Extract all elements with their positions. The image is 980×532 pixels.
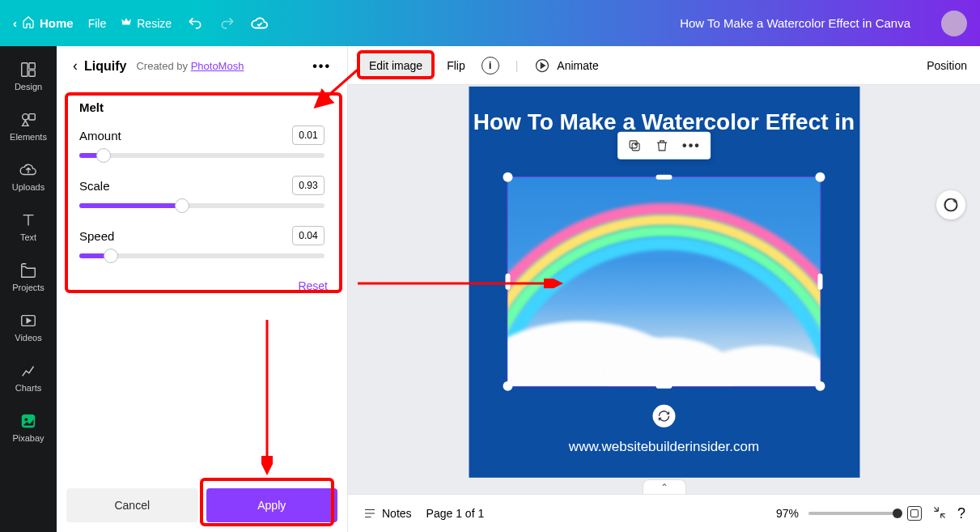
cloud-sync-icon[interactable] [251,15,269,32]
amount-label: Amount [79,129,121,143]
nav-charts[interactable]: Charts [0,354,57,401]
zoom-slider[interactable] [808,512,897,515]
page-expand-handle[interactable]: ⌃ [643,479,686,494]
nav-design-label: Design [15,82,42,92]
resize-handle[interactable] [655,174,672,179]
apply-button[interactable]: Apply [206,488,338,522]
add-page-button[interactable] [936,190,965,219]
nav-elements-label: Elements [10,132,47,142]
nav-videos[interactable]: Videos [0,304,57,351]
melt-title: Melt [79,100,325,114]
help-button[interactable]: ? [957,505,965,522]
melt-controls: Melt Amount 0.01 Scale 0.93 Speed 0.04 [66,86,337,275]
nav-projects-label: Projects [12,283,45,292]
design-page[interactable]: How To Make a Watercolor Effect in Canva… [469,86,859,477]
creator-info: Created by PhotoMosh [136,60,244,72]
home-button[interactable]: ‹ Home [13,15,74,31]
speed-slider[interactable] [79,253,325,258]
canvas[interactable]: How To Make a Watercolor Effect in Canva… [348,85,980,494]
resize-handle[interactable] [503,381,512,390]
position-button[interactable]: Position [927,59,967,72]
avatar[interactable] [941,11,967,36]
speed-value[interactable]: 0.04 [292,226,325,245]
nav-videos-label: Videos [15,333,41,343]
resize-handle[interactable] [815,381,825,390]
reset-button[interactable]: Reset [57,275,347,297]
svg-rect-2 [29,70,35,76]
created-by-prefix: Created by [136,60,190,72]
nav-pixabay[interactable]: Pixabay [0,404,57,451]
page-indicator[interactable]: Page 1 of 1 [426,507,485,520]
file-menu[interactable]: File [88,17,107,30]
present-button[interactable] [931,504,948,523]
nav-uploads-label: Uploads [12,182,45,192]
resize-handle[interactable] [503,172,512,181]
resize-menu[interactable]: Resize [121,16,172,30]
selected-image[interactable] [507,176,821,386]
flip-button[interactable]: Flip [447,59,465,72]
svg-rect-0 [22,63,28,77]
speed-label: Speed [79,229,114,243]
floating-toolbar: ••• [617,131,711,159]
nav-text[interactable]: Text [0,203,57,250]
amount-value[interactable]: 0.01 [292,126,325,145]
undo-button[interactable] [186,15,204,32]
svg-point-7 [24,418,28,421]
notes-label: Notes [382,507,412,520]
svg-point-3 [23,114,28,120]
nav-projects[interactable]: Projects [0,253,57,300]
nav-design[interactable]: Design [0,53,57,100]
resize-label: Resize [137,17,172,30]
back-button[interactable]: ‹ [73,57,78,74]
zoom-value[interactable]: 97% [776,507,799,520]
animate-button[interactable]: Animate [534,57,598,74]
scale-control: Scale 0.93 [79,176,325,208]
resize-handle[interactable] [505,273,510,289]
scale-value[interactable]: 0.93 [292,176,325,195]
nav-charts-label: Charts [15,383,41,393]
resize-handle[interactable] [815,172,825,181]
cancel-button[interactable]: Cancel [66,488,198,522]
design-title[interactable]: How To Make a Watercolor Effect in Canva [680,16,910,30]
scale-label: Scale [79,179,110,193]
scale-slider[interactable] [79,203,325,208]
info-button[interactable]: i [482,57,499,74]
crown-icon [121,16,132,30]
more-button[interactable]: ••• [312,59,331,74]
nav-elements[interactable]: Elements [0,103,57,150]
resize-handle[interactable] [655,383,672,388]
delete-icon[interactable] [655,138,669,152]
bottom-bar: Notes Page 1 of 1 97% ? [348,494,980,532]
rainbow-image [507,177,820,385]
animate-label: Animate [557,59,598,72]
nav-uploads[interactable]: Uploads [0,153,57,200]
nav-pixabay-label: Pixabay [12,433,44,443]
home-icon [22,15,35,31]
chevron-left-icon: ‹ [13,16,17,30]
amount-control: Amount 0.01 [79,126,325,158]
fullscreen-button[interactable] [907,506,922,521]
effect-panel: ‹ Liquify Created by PhotoMosh ••• Melt … [57,46,348,532]
page-url[interactable]: www.websitebuilderinsider.com [469,438,859,454]
more-icon[interactable]: ••• [682,138,701,152]
creator-link[interactable]: PhotoMosh [191,60,244,72]
redo-button[interactable] [218,15,236,32]
svg-rect-1 [29,63,35,69]
element-toolbar: Edit image Flip i | Animate Position [348,46,980,85]
amount-slider[interactable] [79,153,325,158]
resize-handle[interactable] [817,273,822,289]
nav-text-label: Text [20,232,36,242]
edit-image-button[interactable]: Edit image [361,54,431,77]
home-label: Home [40,16,74,30]
speed-control: Speed 0.04 [79,226,325,258]
left-nav: Design Elements Uploads Text Projects Vi… [0,46,57,532]
duplicate-icon[interactable] [627,138,642,152]
notes-toggle[interactable]: Notes [363,506,412,521]
repeat-icon[interactable] [653,404,676,427]
svg-rect-4 [29,114,35,120]
effect-title: Liquify [84,59,126,74]
